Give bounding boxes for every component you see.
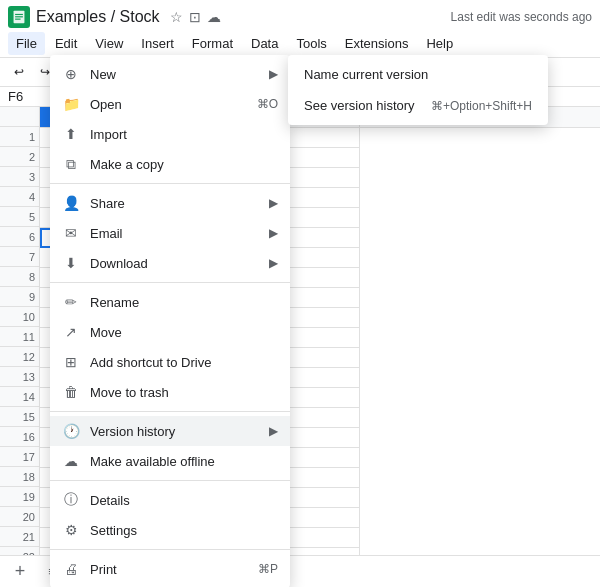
cell-i11[interactable] bbox=[280, 328, 360, 348]
menu-help[interactable]: Help bbox=[418, 32, 461, 55]
last-edit-text: Last edit was seconds ago bbox=[451, 10, 592, 24]
row-5: 5 bbox=[0, 207, 39, 227]
menu-view[interactable]: View bbox=[87, 32, 131, 55]
row-14: 14 bbox=[0, 387, 39, 407]
cell-i15[interactable] bbox=[280, 408, 360, 428]
star-icon[interactable]: ☆ bbox=[170, 9, 183, 25]
row-9: 9 bbox=[0, 287, 39, 307]
menu-insert[interactable]: Insert bbox=[133, 32, 182, 55]
version-history-arrow-icon: ▶ bbox=[269, 424, 278, 438]
menu-option-email[interactable]: ✉ Email ▶ bbox=[50, 218, 290, 248]
menu-edit[interactable]: Edit bbox=[47, 32, 85, 55]
version-history-label: Version history bbox=[90, 424, 259, 439]
submenu-name-version[interactable]: Name current version bbox=[288, 59, 548, 90]
svg-rect-2 bbox=[15, 16, 23, 17]
menu-option-print[interactable]: 🖨 Print ⌘P bbox=[50, 554, 290, 584]
cell-i8[interactable] bbox=[280, 268, 360, 288]
new-arrow-icon: ▶ bbox=[269, 67, 278, 81]
details-label: Details bbox=[90, 493, 278, 508]
print-label: Print bbox=[90, 562, 248, 577]
name-version-label: Name current version bbox=[304, 67, 532, 82]
cell-i13[interactable] bbox=[280, 368, 360, 388]
cell-i10[interactable] bbox=[280, 308, 360, 328]
undo-button[interactable]: ↩ bbox=[8, 62, 30, 82]
cell-i21[interactable] bbox=[280, 528, 360, 548]
menu-option-import[interactable]: ⬆ Import bbox=[50, 119, 290, 149]
app-icon bbox=[8, 6, 30, 28]
divider-1 bbox=[50, 183, 290, 184]
menu-option-download[interactable]: ⬇ Download ▶ bbox=[50, 248, 290, 278]
move-trash-label: Move to trash bbox=[90, 385, 278, 400]
cloud-icon[interactable]: ☁ bbox=[207, 9, 221, 25]
row-12: 12 bbox=[0, 347, 39, 367]
row-19: 19 bbox=[0, 487, 39, 507]
row-15: 15 bbox=[0, 407, 39, 427]
title-icons: ☆ ⊡ ☁ bbox=[170, 9, 221, 25]
make-copy-label: Make a copy bbox=[90, 157, 278, 172]
document-title: Examples / Stock bbox=[36, 8, 160, 26]
cell-reference[interactable]: F6 bbox=[8, 89, 48, 104]
folder-icon[interactable]: ⊡ bbox=[189, 9, 201, 25]
share-arrow-icon: ▶ bbox=[269, 196, 278, 210]
cell-i2[interactable] bbox=[280, 148, 360, 168]
shortcut-icon: ⊞ bbox=[62, 353, 80, 371]
history-icon: 🕐 bbox=[62, 422, 80, 440]
copy-icon: ⧉ bbox=[62, 155, 80, 173]
menu-option-details[interactable]: ⓘ Details bbox=[50, 485, 290, 515]
menu-option-share[interactable]: 👤 Share ▶ bbox=[50, 188, 290, 218]
menu-extensions[interactable]: Extensions bbox=[337, 32, 417, 55]
menu-option-rename[interactable]: ✏ Rename bbox=[50, 287, 290, 317]
cell-i17[interactable] bbox=[280, 448, 360, 468]
settings-label: Settings bbox=[90, 523, 278, 538]
menu-option-settings[interactable]: ⚙ Settings bbox=[50, 515, 290, 545]
email-icon: ✉ bbox=[62, 224, 80, 242]
cell-i12[interactable] bbox=[280, 348, 360, 368]
menu-bar: File Edit View Insert Format Data Tools … bbox=[0, 30, 600, 58]
see-history-label: See version history bbox=[304, 98, 421, 113]
email-label: Email bbox=[90, 226, 259, 241]
print-menu-icon: 🖨 bbox=[62, 560, 80, 578]
settings-icon: ⚙ bbox=[62, 521, 80, 539]
row-17: 17 bbox=[0, 447, 39, 467]
row-20: 20 bbox=[0, 507, 39, 527]
share-label: Share bbox=[90, 196, 259, 211]
divider-5 bbox=[50, 549, 290, 550]
download-icon: ⬇ bbox=[62, 254, 80, 272]
cell-i1[interactable] bbox=[280, 128, 360, 148]
download-arrow-icon: ▶ bbox=[269, 256, 278, 270]
open-label: Open bbox=[90, 97, 247, 112]
menu-data[interactable]: Data bbox=[243, 32, 286, 55]
trash-icon: 🗑 bbox=[62, 383, 80, 401]
menu-format[interactable]: Format bbox=[184, 32, 241, 55]
cell-i19[interactable] bbox=[280, 488, 360, 508]
cell-i4[interactable] bbox=[280, 188, 360, 208]
menu-option-new[interactable]: ⊕ New ▶ bbox=[50, 59, 290, 89]
new-icon: ⊕ bbox=[62, 65, 80, 83]
menu-option-move-trash[interactable]: 🗑 Move to trash bbox=[50, 377, 290, 407]
new-label: New bbox=[90, 67, 259, 82]
menu-option-make-copy[interactable]: ⧉ Make a copy bbox=[50, 149, 290, 179]
cell-i7[interactable] bbox=[280, 248, 360, 268]
cell-i9[interactable] bbox=[280, 288, 360, 308]
row-13: 13 bbox=[0, 367, 39, 387]
cell-i6[interactable] bbox=[280, 228, 360, 248]
see-history-shortcut: ⌘+Option+Shift+H bbox=[431, 99, 532, 113]
row-16: 16 bbox=[0, 427, 39, 447]
menu-file[interactable]: File bbox=[8, 32, 45, 55]
menu-option-make-offline[interactable]: ☁ Make available offline bbox=[50, 446, 290, 476]
cell-i14[interactable] bbox=[280, 388, 360, 408]
cell-i16[interactable] bbox=[280, 428, 360, 448]
cell-i18[interactable] bbox=[280, 468, 360, 488]
cell-i20[interactable] bbox=[280, 508, 360, 528]
submenu-see-history[interactable]: See version history ⌘+Option+Shift+H bbox=[288, 90, 548, 121]
add-sheet-button[interactable]: + bbox=[8, 560, 32, 584]
menu-option-version-history[interactable]: 🕐 Version history ▶ bbox=[50, 416, 290, 446]
cell-i3[interactable] bbox=[280, 168, 360, 188]
menu-tools[interactable]: Tools bbox=[288, 32, 334, 55]
menu-option-move[interactable]: ↗ Move bbox=[50, 317, 290, 347]
email-arrow-icon: ▶ bbox=[269, 226, 278, 240]
details-icon: ⓘ bbox=[62, 491, 80, 509]
menu-option-add-shortcut[interactable]: ⊞ Add shortcut to Drive bbox=[50, 347, 290, 377]
menu-option-open[interactable]: 📁 Open ⌘O bbox=[50, 89, 290, 119]
cell-i5[interactable] bbox=[280, 208, 360, 228]
